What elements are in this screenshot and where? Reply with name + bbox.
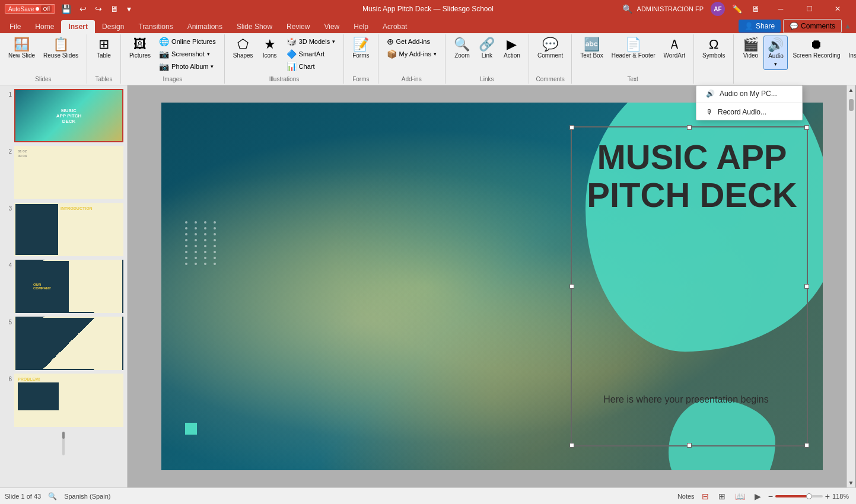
zoom-out-button[interactable]: − <box>768 492 773 501</box>
share-button[interactable]: 👤 Share <box>739 20 781 33</box>
tab-transitions[interactable]: Transitions <box>131 20 180 33</box>
ribbon-group-images: 🖼 Pictures 🌐 Online Pictures 📷 Screensho… <box>121 34 225 84</box>
vertical-scrollbar[interactable]: ▲ ▼ <box>847 85 855 487</box>
customize-button[interactable]: 🖥 <box>108 3 121 15</box>
display-settings-icon[interactable]: 🖥 <box>749 3 762 15</box>
qat-dropdown[interactable]: ▾ <box>125 3 133 15</box>
zoom-in-button[interactable]: + <box>825 492 830 501</box>
slide-thumbnail-3[interactable]: INTRODUCTION <box>14 203 123 256</box>
chart-button[interactable]: 📊 Chart <box>283 60 339 72</box>
my-addins-dropdown[interactable]: ▾ <box>434 51 437 57</box>
new-slide-button[interactable]: 🪟 New Slide <box>5 36 39 62</box>
tab-review[interactable]: Review <box>279 20 317 33</box>
zoom-controls: − + 118% <box>768 492 851 501</box>
video-button[interactable]: 🎬 Video <box>739 36 762 62</box>
screenshot-dropdown[interactable]: ▾ <box>207 51 210 57</box>
redo-button[interactable]: ↪ <box>93 3 104 15</box>
notes-button[interactable]: Notes <box>677 493 695 500</box>
slide-item-5[interactable]: 5 <box>2 315 125 371</box>
action-button[interactable]: ▶ Action <box>500 36 524 62</box>
tab-file[interactable]: File <box>2 20 28 33</box>
slide-thumbnail-4[interactable]: OURCOMPANY <box>14 260 123 313</box>
tab-help[interactable]: Help <box>346 20 376 33</box>
scroll-thumb[interactable] <box>849 99 854 111</box>
restore-button[interactable]: ☐ <box>795 0 823 18</box>
insert-medios-button[interactable]: ➕ Insertar medios <box>845 36 857 62</box>
tab-home[interactable]: Home <box>28 20 61 33</box>
reuse-slides-button[interactable]: 📋 Reuse Slides <box>40 36 82 62</box>
title-bar-center: Music App Pitch Deck — Slidesgo School <box>362 5 494 13</box>
view-normal-icon[interactable]: ⊟ <box>699 490 711 502</box>
tab-slideshow[interactable]: Slide Show <box>230 20 279 33</box>
icons-button[interactable]: ★ Icons <box>258 36 282 62</box>
audio-on-pc-item[interactable]: 🔊 Audio on My PC... <box>696 86 802 101</box>
zoom-icon: 🔍 <box>454 38 470 51</box>
tab-view[interactable]: View <box>317 20 346 33</box>
view-slide-sorter-icon[interactable]: ⊞ <box>716 490 728 502</box>
user-avatar[interactable]: AF <box>711 2 725 16</box>
tab-animations[interactable]: Animations <box>180 20 230 33</box>
record-audio-item[interactable]: 🎙 Record Audio... <box>696 104 802 120</box>
slide-item-6[interactable]: 6 PROBLEM! <box>2 372 125 428</box>
view-reading-icon[interactable]: 📖 <box>733 490 747 502</box>
tab-design[interactable]: Design <box>95 20 131 33</box>
zoom-level[interactable]: 118% <box>832 493 851 500</box>
undo-button[interactable]: ↩ <box>77 3 89 15</box>
text-box-button[interactable]: 🔤 Text Box <box>577 36 606 62</box>
close-button[interactable]: ✕ <box>824 0 851 18</box>
my-addins-button[interactable]: 📦 My Add-ins ▾ <box>383 48 440 60</box>
comment-button[interactable]: 💬 Comment <box>534 36 567 62</box>
shapes-button[interactable]: ⬠ Shapes <box>230 36 257 62</box>
slide-thumbnail-5[interactable] <box>14 317 123 370</box>
minimize-button[interactable]: ─ <box>767 0 794 18</box>
slide-thumbnail-6[interactable]: PROBLEM! <box>14 374 123 427</box>
zoom-slider[interactable] <box>775 495 823 497</box>
get-addins-icon: ⊕ <box>387 37 394 46</box>
zoom-slider-thumb[interactable] <box>806 493 812 499</box>
spelling-icon[interactable]: 🔍 <box>48 492 57 500</box>
3d-models-dropdown[interactable]: ▾ <box>332 39 335 44</box>
audio-dropdown-chevron[interactable]: ▾ <box>774 61 777 67</box>
tab-acrobat[interactable]: Acrobat <box>376 20 414 33</box>
audio-button[interactable]: 🔊 Audio ▾ <box>763 36 788 70</box>
screen-recording-button[interactable]: ⏺ Screen Recording <box>789 36 844 62</box>
autosave-badge[interactable]: AutoSave Off <box>5 4 55 14</box>
ribbon-tabs: File Home Insert Design Transitions Anim… <box>0 18 856 33</box>
slide-thumbnail-1[interactable]: MUSICAPP PITCHDECK <box>14 89 123 142</box>
photo-album-button[interactable]: 📷 Photo Album ▾ <box>155 60 219 72</box>
language-label[interactable]: Spanish (Spain) <box>64 493 110 500</box>
slide-thumbnail-2[interactable]: 01 02 03 04 <box>14 146 123 199</box>
autosave-dot <box>36 7 39 11</box>
view-slideshow-icon[interactable]: ▶ <box>752 490 763 502</box>
link-button[interactable]: 🔗 Link <box>475 36 499 62</box>
slide-item-4[interactable]: 4 OURCOMPANY <box>2 259 125 314</box>
forms-icon: 📝 <box>353 38 369 51</box>
slide-item-1[interactable]: 1 MUSICAPP PITCHDECK <box>2 88 125 143</box>
slide-item-3[interactable]: 3 INTRODUCTION <box>2 202 125 257</box>
slide-item-2[interactable]: 2 01 02 03 04 <box>2 145 125 200</box>
pictures-button[interactable]: 🖼 Pictures <box>126 36 154 62</box>
zoom-button[interactable]: 🔍 Zoom <box>450 36 474 62</box>
slides-scrollbar[interactable] <box>2 429 125 458</box>
scroll-down-button[interactable]: ▼ <box>848 480 854 486</box>
pen-icon[interactable]: ✏️ <box>730 3 744 15</box>
smartart-button[interactable]: 🔷 SmartArt <box>283 48 339 60</box>
header-footer-button[interactable]: 📄 Header & Footer <box>608 36 659 62</box>
symbols-button[interactable]: Ω Symbols <box>699 36 728 62</box>
online-pictures-button[interactable]: 🌐 Online Pictures <box>155 36 219 47</box>
table-button[interactable]: ⊞ Table <box>92 36 116 62</box>
forms-button[interactable]: 📝 Forms <box>349 36 373 62</box>
get-addins-button[interactable]: ⊕ Get Add-ins <box>383 36 440 47</box>
search-icon[interactable]: 🔍 <box>622 4 632 14</box>
photo-album-dropdown[interactable]: ▾ <box>211 63 214 69</box>
comments-button[interactable]: 💬 Comments <box>783 19 842 33</box>
title-bar-left: AutoSave Off 💾 ↩ ↪ 🖥 ▾ <box>5 3 133 15</box>
collapse-ribbon-button[interactable]: ▲ <box>844 22 851 30</box>
tab-insert[interactable]: Insert <box>61 20 95 33</box>
scroll-up-button[interactable]: ▲ <box>848 87 854 93</box>
3d-models-button[interactable]: 🎲 3D Models ▾ <box>283 36 339 47</box>
screenshot-button[interactable]: 📷 Screenshot ▾ <box>155 48 219 60</box>
save-button[interactable]: 💾 <box>59 3 74 15</box>
slide-canvas[interactable]: MUSIC APP PITCH DECK Here is where your … <box>161 103 823 470</box>
wordart-button[interactable]: Ａ WordArt <box>660 36 689 62</box>
